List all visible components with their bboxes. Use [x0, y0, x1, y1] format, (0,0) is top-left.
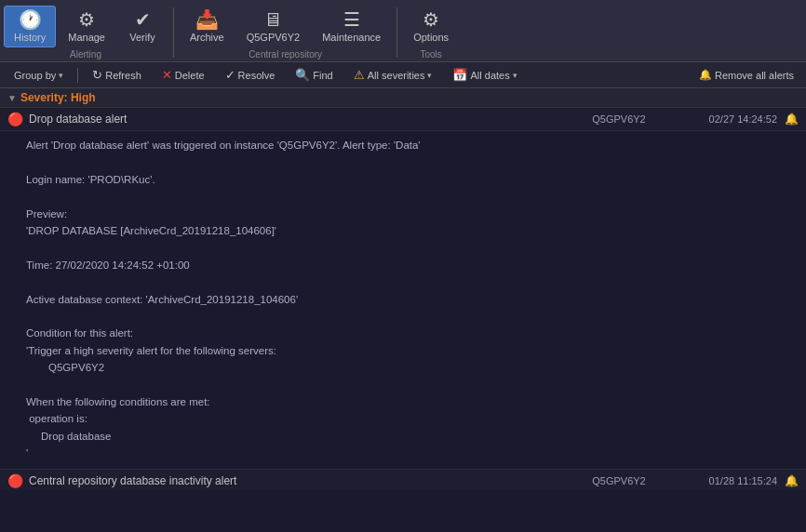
detail-line-4	[26, 188, 784, 205]
alert-instance-2: Q5GPV6Y2	[572, 475, 665, 486]
table-row[interactable]: 🔴 Drop database alert Q5GPV6Y2 02/27 14:…	[0, 108, 806, 131]
alerting-buttons: 🕐 History ⚙ Manage ✔ Verify	[4, 4, 168, 49]
error-icon-2: 🔴	[7, 473, 23, 488]
manage-icon: ⚙	[78, 10, 95, 29]
tools-group: ⚙ Options Tools	[403, 4, 459, 61]
archive-button[interactable]: 📥 Archive	[180, 6, 235, 47]
all-severities-button[interactable]: ⚠ All severities ▾	[345, 65, 441, 85]
central-repo-buttons: 📥 Archive 🖥 Q5GPV6Y2 ☰ Maintenance	[180, 4, 391, 49]
verify-button[interactable]: ✔ Verify	[117, 6, 168, 47]
resolve-label: Resolve	[238, 70, 275, 81]
detail-line-13: 'Trigger a high severity alert for the f…	[26, 342, 784, 359]
alerts-content[interactable]: ▼ Severity: High 🔴 Drop database alert Q…	[0, 88, 806, 490]
dates-arrow: ▾	[513, 71, 517, 80]
history-icon: 🕐	[19, 10, 42, 29]
refresh-button[interactable]: ↻ Refresh	[84, 65, 150, 85]
remove-all-button[interactable]: 🔔 Remove all alerts	[692, 66, 800, 84]
archive-label: Archive	[190, 32, 224, 43]
bell-icon-1: 🔔	[785, 113, 799, 126]
refresh-label: Refresh	[105, 70, 141, 81]
detail-line-11	[26, 308, 784, 325]
alert-time-2: 01/28 11:15:24	[665, 475, 777, 486]
alert-time-1: 02/27 14:24:52	[665, 113, 777, 125]
tools-buttons: ⚙ Options	[403, 4, 459, 49]
alerting-group-name: Alerting	[4, 49, 168, 61]
group-by-button[interactable]: Group by ▾	[6, 67, 72, 84]
detail-line-3: Login name: 'PROD\RKuc'.	[26, 171, 784, 188]
detail-line-19: '	[26, 445, 784, 461]
find-button[interactable]: 🔍 Find	[287, 65, 341, 85]
detail-line-18: Drop database	[26, 428, 784, 445]
detail-line-16: When the following conditions are met:	[26, 393, 784, 410]
find-label: Find	[313, 70, 332, 81]
severity-label: Severity: High	[20, 91, 96, 104]
alert-title-1: Drop database alert	[29, 113, 572, 126]
severity-header-high[interactable]: ▼ Severity: High	[0, 88, 806, 108]
delete-label: Delete	[175, 70, 205, 81]
detail-line-7	[26, 239, 784, 256]
remove-all-icon: 🔔	[699, 69, 712, 81]
table-row[interactable]: 🔴 Central repository database inactivity…	[0, 470, 806, 490]
remove-all-label: Remove all alerts	[715, 70, 794, 81]
error-icon-1: 🔴	[7, 112, 23, 126]
tools-group-name: Tools	[403, 49, 459, 61]
q5gpv6y2-icon: 🖥	[263, 10, 282, 29]
group-by-label: Group by	[14, 70, 56, 81]
action-sep-1	[77, 68, 78, 83]
detail-line-1: Alert 'Drop database alert' was triggere…	[26, 137, 784, 153]
maintenance-icon: ☰	[343, 10, 360, 29]
find-icon: 🔍	[295, 68, 310, 82]
delete-icon: ✕	[162, 68, 172, 82]
detail-line-9	[26, 273, 784, 290]
manage-label: Manage	[68, 32, 105, 43]
detail-line-6: 'DROP DATABASE [ArchiveCrd_20191218_1046…	[26, 222, 784, 239]
resolve-button[interactable]: ✓ Resolve	[217, 65, 284, 85]
all-dates-label: All dates	[470, 70, 509, 81]
options-icon: ⚙	[423, 10, 439, 29]
history-button[interactable]: 🕐 History	[4, 6, 56, 47]
q5gpv6y2-button[interactable]: 🖥 Q5GPV6Y2	[236, 6, 310, 47]
verify-label: Verify	[129, 32, 155, 43]
collapse-arrow: ▼	[7, 93, 17, 103]
detail-line-2	[26, 153, 784, 170]
archive-icon: 📥	[195, 10, 219, 29]
central-repo-group: 📥 Archive 🖥 Q5GPV6Y2 ☰ Maintenance Centr…	[180, 4, 391, 61]
options-label: Options	[413, 32, 449, 43]
alert-detail-1: Alert 'Drop database alert' was triggere…	[0, 131, 806, 470]
alert-title-2: Central repository database inactivity a…	[29, 474, 572, 487]
detail-line-5: Preview:	[26, 206, 784, 222]
detail-line-8: Time: 27/02/2020 14:24:52 +01:00	[26, 257, 784, 273]
sep-1	[173, 7, 174, 58]
sep-2	[396, 7, 397, 58]
severity-icon: ⚠	[354, 68, 365, 82]
detail-line-12: Condition for this alert:	[26, 325, 784, 341]
q5gpv6y2-label: Q5GPV6Y2	[247, 32, 300, 43]
calendar-icon: 📅	[452, 68, 467, 82]
detail-line-15	[26, 376, 784, 392]
history-label: History	[14, 32, 46, 43]
severity-arrow: ▾	[427, 71, 432, 80]
group-by-arrow: ▾	[59, 71, 63, 80]
central-repo-group-name: Central repository	[180, 49, 391, 61]
toolbar-top: 🕐 History ⚙ Manage ✔ Verify Alerting 📥	[0, 0, 806, 61]
detail-line-10: Active database context: 'ArchiveCrd_201…	[26, 291, 784, 308]
maintenance-button[interactable]: ☰ Maintenance	[312, 6, 391, 47]
detail-line-14: Q5GPV6Y2	[26, 359, 784, 376]
detail-line-17: operation is:	[26, 410, 784, 427]
alert-instance-1: Q5GPV6Y2	[572, 113, 665, 125]
resolve-icon: ✓	[225, 68, 235, 82]
refresh-icon: ↻	[92, 68, 102, 82]
action-bar: Group by ▾ ↻ Refresh ✕ Delete ✓ Resolve …	[0, 62, 806, 88]
manage-button[interactable]: ⚙ Manage	[58, 6, 115, 47]
toolbar: 🕐 History ⚙ Manage ✔ Verify Alerting 📥	[0, 0, 806, 62]
all-dates-button[interactable]: 📅 All dates ▾	[444, 65, 525, 85]
options-button[interactable]: ⚙ Options	[403, 6, 459, 47]
delete-button[interactable]: ✕ Delete	[154, 65, 213, 85]
bell-icon-2: 🔔	[785, 474, 799, 487]
verify-icon: ✔	[135, 10, 151, 29]
all-severities-label: All severities	[368, 70, 425, 81]
alerting-group: 🕐 History ⚙ Manage ✔ Verify Alerting	[4, 4, 168, 61]
maintenance-label: Maintenance	[322, 32, 381, 43]
